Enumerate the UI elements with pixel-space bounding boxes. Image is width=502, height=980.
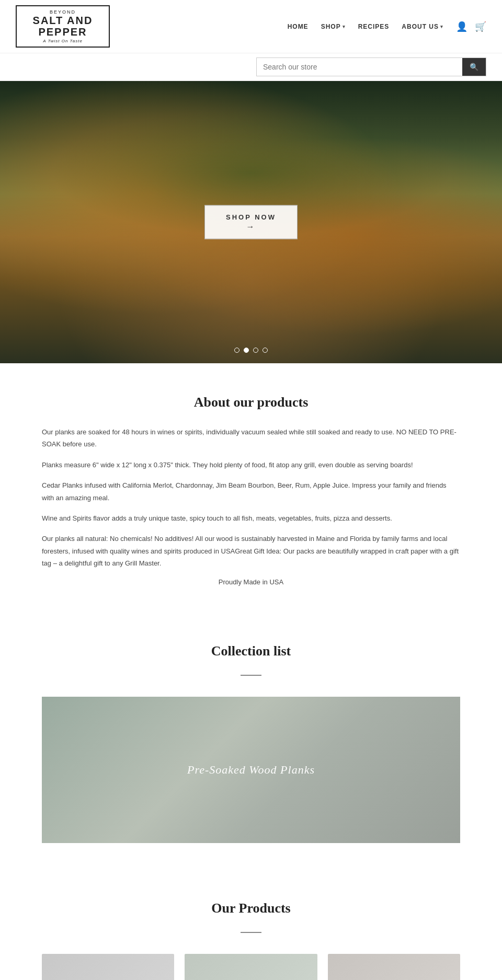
slide-dot-3[interactable] — [253, 348, 258, 353]
proudly-made: Proudly Made in USA — [42, 578, 460, 586]
about-title: About our products — [42, 395, 460, 410]
about-para-4: Wine and Spirits flavor adds a truly uni… — [42, 512, 460, 524]
collection-title: Collection list — [42, 643, 460, 659]
about-para-1: Our planks are soaked for 48 hours in wi… — [42, 426, 460, 451]
search-input[interactable] — [257, 59, 462, 75]
user-icon[interactable]: 👤 — [456, 21, 467, 32]
chevron-down-icon: ▾ — [343, 24, 346, 29]
logo-above: Beyond — [24, 9, 101, 15]
slide-dot-1[interactable] — [234, 348, 239, 353]
search-button[interactable]: 🔍 — [462, 58, 486, 76]
nav: Home Shop ▾ Recipes About Us ▾ 👤 🛒 — [288, 21, 486, 32]
about-section: About our products Our planks are soaked… — [0, 363, 502, 617]
logo[interactable]: Beyond Salt And Pepper A Twist On Taste — [16, 5, 110, 48]
header: Beyond Salt And Pepper A Twist On Taste … — [0, 0, 502, 53]
cart-icon[interactable]: 🛒 — [475, 21, 486, 32]
hero-dots — [234, 348, 268, 353]
products-section: Our Products — [0, 874, 502, 980]
about-para-2: Planks measure 6" wide x 12" long x 0.37… — [42, 459, 460, 471]
product-card-1[interactable] — [42, 954, 174, 980]
shop-now-button[interactable]: SHOP NOW → — [204, 205, 298, 239]
search-icon: 🔍 — [470, 63, 478, 71]
hero-section: SHOP NOW → — [0, 81, 502, 363]
chevron-down-icon: ▾ — [440, 24, 443, 29]
logo-box: Beyond Salt And Pepper A Twist On Taste — [16, 5, 110, 48]
search-bar-row: 🔍 — [0, 53, 502, 81]
nav-icons: 👤 🛒 — [456, 21, 486, 32]
slide-dot-4[interactable] — [263, 348, 268, 353]
nav-recipes[interactable]: Recipes — [358, 23, 390, 30]
products-divider — [241, 932, 261, 933]
logo-text: Salt And Pepper — [24, 15, 101, 38]
products-title: Our Products — [42, 901, 460, 916]
product-card-2[interactable] — [185, 954, 317, 980]
about-para-5: Our planks all natural: No chemicals! No… — [42, 533, 460, 569]
nav-shop[interactable]: Shop ▾ — [321, 23, 346, 30]
search-wrapper: 🔍 — [256, 57, 486, 76]
hero-content: SHOP NOW → — [204, 205, 298, 239]
logo-tagline: A Twist On Taste — [24, 39, 101, 43]
nav-about[interactable]: About Us ▾ — [402, 23, 443, 30]
collection-card-label: Pre-Soaked Wood Planks — [187, 763, 315, 777]
product-grid — [42, 954, 460, 980]
arrow-icon: → — [226, 222, 276, 232]
about-para-3: Cedar Planks infused with California Mer… — [42, 479, 460, 504]
section-divider — [241, 675, 261, 676]
slide-dot-2[interactable] — [244, 348, 249, 353]
collection-card[interactable]: Pre-Soaked Wood Planks — [42, 697, 460, 843]
nav-home[interactable]: Home — [288, 23, 309, 30]
product-card-3[interactable] — [328, 954, 460, 980]
collection-section: Collection list Pre-Soaked Wood Planks — [0, 617, 502, 874]
